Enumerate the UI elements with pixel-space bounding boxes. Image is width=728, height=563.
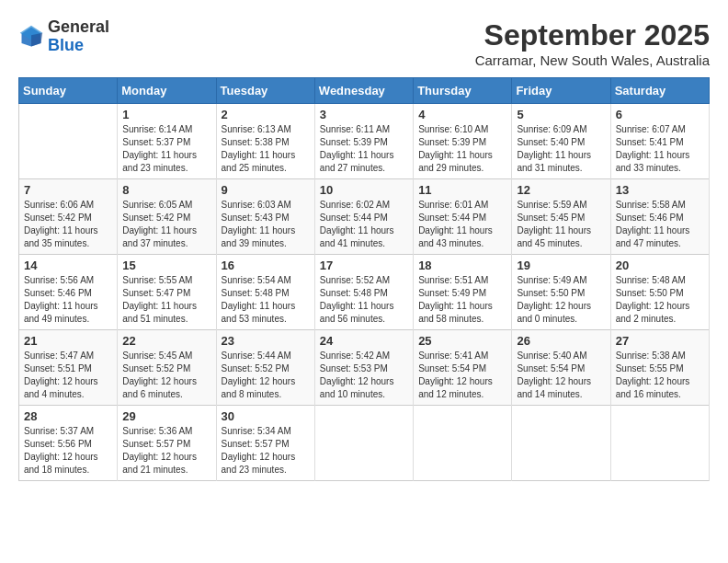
- day-detail: Sunrise: 5:42 AMSunset: 5:53 PMDaylight:…: [320, 350, 394, 399]
- day-detail: Sunrise: 5:45 AMSunset: 5:52 PMDaylight:…: [122, 350, 197, 399]
- calendar-cell: 7Sunrise: 6:06 AMSunset: 5:42 PMDaylight…: [19, 179, 118, 255]
- day-detail: Sunrise: 6:03 AMSunset: 5:43 PMDaylight:…: [222, 200, 296, 248]
- day-detail: Sunrise: 6:14 AMSunset: 5:37 PMDaylight:…: [122, 124, 197, 173]
- calendar-cell: 21Sunrise: 5:47 AMSunset: 5:51 PMDayligh…: [19, 330, 118, 406]
- weekday-header-monday: Monday: [118, 78, 216, 104]
- day-number: 15: [122, 259, 210, 272]
- day-number: 13: [616, 183, 704, 197]
- day-detail: Sunrise: 5:44 AMSunset: 5:52 PMDaylight:…: [222, 350, 296, 399]
- day-number: 26: [517, 334, 605, 348]
- calendar-week-2: 7Sunrise: 6:06 AMSunset: 5:42 PMDaylight…: [19, 179, 710, 255]
- day-detail: Sunrise: 5:38 AMSunset: 5:55 PMDaylight:…: [616, 350, 690, 399]
- calendar-cell: [414, 406, 512, 481]
- day-detail: Sunrise: 6:10 AMSunset: 5:39 PMDaylight:…: [418, 124, 493, 173]
- day-number: 21: [24, 334, 112, 348]
- day-number: 5: [517, 108, 605, 121]
- day-detail: Sunrise: 6:11 AMSunset: 5:39 PMDaylight:…: [320, 124, 394, 173]
- day-number: 29: [122, 409, 210, 423]
- logo-icon: [18, 24, 44, 50]
- calendar-cell: 6Sunrise: 6:07 AMSunset: 5:41 PMDaylight…: [610, 104, 709, 179]
- calendar-cell: 22Sunrise: 5:45 AMSunset: 5:52 PMDayligh…: [118, 330, 216, 406]
- calendar-cell: 18Sunrise: 5:51 AMSunset: 5:49 PMDayligh…: [414, 255, 512, 330]
- day-number: 4: [418, 108, 506, 121]
- calendar-cell: 15Sunrise: 5:55 AMSunset: 5:47 PMDayligh…: [118, 255, 216, 330]
- day-detail: Sunrise: 5:34 AMSunset: 5:57 PMDaylight:…: [222, 426, 296, 475]
- calendar-cell: [19, 104, 118, 179]
- day-detail: Sunrise: 6:06 AMSunset: 5:42 PMDaylight:…: [24, 200, 98, 248]
- calendar-cell: 29Sunrise: 5:36 AMSunset: 5:57 PMDayligh…: [118, 406, 216, 481]
- day-number: 30: [222, 409, 310, 423]
- day-number: 28: [24, 409, 112, 423]
- day-detail: Sunrise: 5:47 AMSunset: 5:51 PMDaylight:…: [24, 350, 98, 399]
- calendar-cell: 20Sunrise: 5:48 AMSunset: 5:50 PMDayligh…: [610, 255, 709, 330]
- day-detail: Sunrise: 5:52 AMSunset: 5:48 PMDaylight:…: [320, 275, 394, 324]
- month-title: September 2025: [475, 18, 710, 52]
- calendar-week-5: 28Sunrise: 5:37 AMSunset: 5:56 PMDayligh…: [19, 406, 710, 481]
- calendar-cell: 11Sunrise: 6:01 AMSunset: 5:44 PMDayligh…: [414, 179, 512, 255]
- weekday-header-row: SundayMondayTuesdayWednesdayThursdayFrid…: [19, 78, 710, 104]
- calendar-cell: 12Sunrise: 5:59 AMSunset: 5:45 PMDayligh…: [512, 179, 610, 255]
- day-detail: Sunrise: 5:48 AMSunset: 5:50 PMDaylight:…: [616, 275, 690, 324]
- calendar-cell: 27Sunrise: 5:38 AMSunset: 5:55 PMDayligh…: [610, 330, 709, 406]
- logo-general: General: [48, 17, 109, 36]
- calendar-cell: 13Sunrise: 5:58 AMSunset: 5:46 PMDayligh…: [610, 179, 709, 255]
- day-detail: Sunrise: 6:05 AMSunset: 5:42 PMDaylight:…: [122, 200, 197, 248]
- calendar-cell: 1Sunrise: 6:14 AMSunset: 5:37 PMDaylight…: [118, 104, 216, 179]
- page-header: General Blue September 2025 Carramar, Ne…: [18, 18, 710, 68]
- day-number: 23: [222, 334, 310, 348]
- calendar-cell: 23Sunrise: 5:44 AMSunset: 5:52 PMDayligh…: [216, 330, 314, 406]
- day-number: 22: [122, 334, 210, 348]
- calendar-cell: 3Sunrise: 6:11 AMSunset: 5:39 PMDaylight…: [314, 104, 413, 179]
- day-number: 16: [222, 259, 310, 272]
- day-detail: Sunrise: 6:02 AMSunset: 5:44 PMDaylight:…: [320, 200, 394, 248]
- day-number: 6: [616, 108, 704, 121]
- calendar-table: SundayMondayTuesdayWednesdayThursdayFrid…: [18, 77, 710, 481]
- calendar-cell: 30Sunrise: 5:34 AMSunset: 5:57 PMDayligh…: [216, 406, 314, 481]
- calendar-cell: 19Sunrise: 5:49 AMSunset: 5:50 PMDayligh…: [512, 255, 610, 330]
- calendar-cell: 28Sunrise: 5:37 AMSunset: 5:56 PMDayligh…: [19, 406, 118, 481]
- location: Carramar, New South Wales, Australia: [475, 52, 710, 68]
- calendar-week-4: 21Sunrise: 5:47 AMSunset: 5:51 PMDayligh…: [19, 330, 710, 406]
- calendar-cell: 9Sunrise: 6:03 AMSunset: 5:43 PMDaylight…: [216, 179, 314, 255]
- day-number: 12: [517, 183, 605, 197]
- day-number: 3: [320, 108, 408, 121]
- weekday-header-saturday: Saturday: [610, 78, 709, 104]
- day-detail: Sunrise: 5:54 AMSunset: 5:48 PMDaylight:…: [222, 275, 296, 324]
- day-detail: Sunrise: 5:58 AMSunset: 5:46 PMDaylight:…: [616, 200, 690, 248]
- day-number: 7: [24, 183, 112, 197]
- calendar-week-3: 14Sunrise: 5:56 AMSunset: 5:46 PMDayligh…: [19, 255, 710, 330]
- day-number: 24: [320, 334, 408, 348]
- weekday-header-sunday: Sunday: [19, 78, 118, 104]
- calendar-cell: [314, 406, 413, 481]
- logo: General Blue: [18, 18, 109, 55]
- calendar-cell: 2Sunrise: 6:13 AMSunset: 5:38 PMDaylight…: [216, 104, 314, 179]
- logo-blue: Blue: [48, 36, 84, 54]
- calendar-cell: 17Sunrise: 5:52 AMSunset: 5:48 PMDayligh…: [314, 255, 413, 330]
- weekday-header-friday: Friday: [512, 78, 610, 104]
- calendar-week-1: 1Sunrise: 6:14 AMSunset: 5:37 PMDaylight…: [19, 104, 710, 179]
- calendar-cell: 25Sunrise: 5:41 AMSunset: 5:54 PMDayligh…: [414, 330, 512, 406]
- day-number: 17: [320, 259, 408, 272]
- day-detail: Sunrise: 5:49 AMSunset: 5:50 PMDaylight:…: [517, 275, 591, 324]
- day-number: 20: [616, 259, 704, 272]
- title-block: September 2025 Carramar, New South Wales…: [475, 18, 710, 68]
- svg-marker-2: [31, 32, 42, 46]
- day-detail: Sunrise: 6:07 AMSunset: 5:41 PMDaylight:…: [616, 124, 690, 173]
- day-detail: Sunrise: 5:37 AMSunset: 5:56 PMDaylight:…: [24, 426, 98, 475]
- calendar-cell: 14Sunrise: 5:56 AMSunset: 5:46 PMDayligh…: [19, 255, 118, 330]
- calendar-cell: 24Sunrise: 5:42 AMSunset: 5:53 PMDayligh…: [314, 330, 413, 406]
- calendar-cell: [512, 406, 610, 481]
- day-detail: Sunrise: 5:40 AMSunset: 5:54 PMDaylight:…: [517, 350, 591, 399]
- day-number: 14: [24, 259, 112, 272]
- weekday-header-thursday: Thursday: [414, 78, 512, 104]
- logo-text: General Blue: [48, 18, 109, 55]
- day-number: 8: [122, 183, 210, 197]
- calendar-cell: [610, 406, 709, 481]
- weekday-header-wednesday: Wednesday: [314, 78, 413, 104]
- day-detail: Sunrise: 6:01 AMSunset: 5:44 PMDaylight:…: [418, 200, 493, 248]
- calendar-cell: 16Sunrise: 5:54 AMSunset: 5:48 PMDayligh…: [216, 255, 314, 330]
- calendar-cell: 4Sunrise: 6:10 AMSunset: 5:39 PMDaylight…: [414, 104, 512, 179]
- day-number: 27: [616, 334, 704, 348]
- day-number: 1: [122, 108, 210, 121]
- calendar-cell: 26Sunrise: 5:40 AMSunset: 5:54 PMDayligh…: [512, 330, 610, 406]
